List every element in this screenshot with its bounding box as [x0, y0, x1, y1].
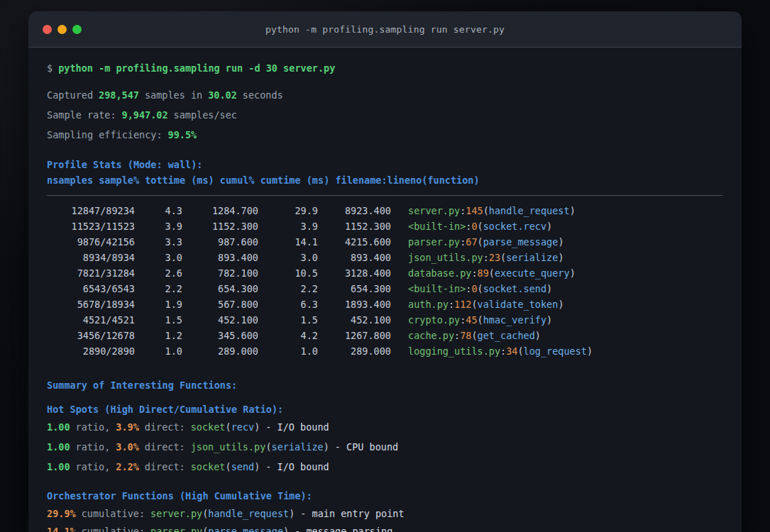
table-row: 9876/421563.3987.60014.14215.600parser.p…	[47, 234, 723, 250]
line-number: 34	[506, 345, 517, 357]
filename: logging_utils.py	[408, 345, 500, 357]
close-paren: )	[570, 205, 576, 216]
colon-separator: :	[500, 345, 506, 357]
cumtime-cell: 1893.400	[318, 297, 391, 312]
efficiency-value: 99.5%	[168, 128, 197, 142]
sample-pct-cell: 1.2	[135, 328, 182, 343]
nsamples-cell: 5678/18934	[47, 297, 135, 312]
filename: json_utils.py	[408, 252, 483, 263]
function-name: execute_query	[495, 267, 570, 279]
orchestrator-title: Orchestrator Functions (High Cumulative …	[47, 489, 723, 503]
open-paren: (	[478, 236, 483, 248]
close-paren: )	[546, 314, 552, 326]
filename: cache.py	[408, 330, 454, 341]
table-row: 4521/45211.5452.1001.5452.100crypto.py:4…	[47, 312, 723, 328]
hot-spots-list: 1.00 ratio, 3.9% direct: socket(recv) - …	[47, 420, 723, 474]
window-title: python -m profiling.sampling run server.…	[28, 24, 742, 35]
bound-note: - I/O bound	[265, 460, 329, 474]
tottime-cell: 1152.300	[182, 218, 258, 234]
line-number: 145	[466, 205, 483, 216]
tottime-cell: 567.800	[182, 297, 258, 312]
close-paren: )	[324, 441, 329, 453]
efficiency-label: Sampling efficiency:	[47, 128, 163, 142]
call-target: server.py(handle_request)	[150, 506, 295, 521]
nsamples-cell: 6543/6543	[47, 281, 135, 297]
seconds-label: seconds	[243, 88, 283, 102]
table-row: 7821/312842.6782.10010.53128.400database…	[47, 265, 723, 281]
cumulative-pct: 29.9%	[47, 506, 76, 521]
cumul-pct-cell: 3.0	[258, 250, 318, 265]
close-paren: )	[570, 267, 576, 279]
line-number: 78	[460, 330, 471, 341]
filename: parser.py	[408, 236, 460, 248]
close-paren: )	[283, 526, 289, 532]
filename: auth.py	[408, 299, 449, 310]
target-name: server.py	[150, 508, 202, 519]
bound-note: - CPU bound	[335, 440, 398, 454]
line-number: 89	[478, 267, 489, 279]
tottime-cell: 782.100	[182, 265, 258, 281]
close-paren: )	[546, 283, 552, 294]
arg-name: serialize	[272, 441, 324, 453]
hot-spot-item: 1.00 ratio, 3.0% direct: json_utils.py(s…	[47, 440, 723, 454]
cumtime-cell: 1267.800	[318, 328, 391, 343]
open-paren: (	[489, 267, 495, 279]
cumtime-cell: 654.300	[318, 281, 391, 297]
table-row: 11523/115233.91152.3003.91152.300<built-…	[47, 218, 723, 234]
header-divider	[47, 195, 723, 196]
tottime-cell: 452.100	[182, 312, 258, 328]
nsamples-cell: 11523/11523	[47, 218, 135, 234]
orchestrator-item: 14.1% cumulative: parser.py(parse_messag…	[47, 524, 723, 532]
direct-label: direct:	[145, 460, 185, 474]
profile-stats-header: nsamples sample% tottime (ms) cumul% cum…	[47, 173, 723, 187]
open-paren: (	[265, 441, 271, 453]
colon-separator: :	[449, 299, 454, 310]
sample-pct-cell: 1.0	[135, 343, 182, 359]
sample-pct-cell: 2.6	[135, 265, 182, 281]
line-number: 112	[454, 299, 471, 310]
cumtime-cell: 452.100	[318, 312, 391, 328]
line-number: 23	[489, 252, 500, 263]
filename: server.py	[408, 205, 460, 216]
function-name: log_request	[524, 345, 587, 357]
nsamples-cell: 2890/2890	[47, 343, 135, 359]
close-paren: )	[254, 461, 260, 472]
cumul-pct-cell: 10.5	[258, 265, 318, 281]
target-name: socket	[191, 421, 226, 433]
cumtime-cell: 3128.400	[318, 265, 391, 281]
function-cell: logging_utils.py:34(log_request)	[408, 343, 593, 359]
terminal-window: python -m profiling.sampling run server.…	[28, 11, 742, 532]
line-number: 0	[471, 221, 477, 232]
tottime-cell: 1284.700	[182, 203, 258, 218]
call-target: json_utils.py(serialize)	[191, 440, 329, 454]
nsamples-cell: 4521/4521	[47, 312, 135, 328]
direct-pct: 3.0%	[116, 440, 139, 454]
cumul-pct-cell: 6.3	[258, 297, 318, 312]
cumtime-cell: 1152.300	[318, 218, 391, 234]
filename: database.py	[408, 267, 471, 279]
arg-name: send	[231, 461, 255, 472]
ratio-value: 1.00	[47, 440, 70, 454]
tottime-cell: 289.000	[182, 343, 258, 359]
cumul-pct-cell: 29.9	[258, 203, 318, 218]
close-paren: )	[558, 252, 563, 263]
sample-pct-cell: 3.9	[135, 218, 182, 234]
open-paren: (	[500, 252, 506, 263]
open-paren: (	[226, 461, 231, 472]
tottime-cell: 893.400	[182, 250, 258, 265]
cumul-pct-cell: 1.0	[258, 343, 318, 359]
sample-pct-cell: 1.9	[135, 297, 182, 312]
cumtime-cell: 893.400	[318, 250, 391, 265]
direct-pct: 2.2%	[116, 460, 139, 474]
cumulative-label: cumulative:	[82, 506, 145, 521]
function-cell: <built-in>:0(socket.send)	[408, 281, 552, 297]
function-cell: parser.py:67(parse_message)	[408, 234, 564, 250]
close-paren: )	[558, 236, 563, 248]
function-cell: crypto.py:45(hmac_verify)	[408, 312, 552, 328]
open-paren: (	[483, 205, 489, 216]
filename: <built-in>	[408, 283, 466, 294]
cumulative-label: cumulative:	[82, 524, 145, 532]
close-paren: )	[535, 330, 541, 341]
rate-label: Sample rate:	[47, 108, 116, 122]
sample-pct-cell: 2.2	[135, 281, 182, 297]
